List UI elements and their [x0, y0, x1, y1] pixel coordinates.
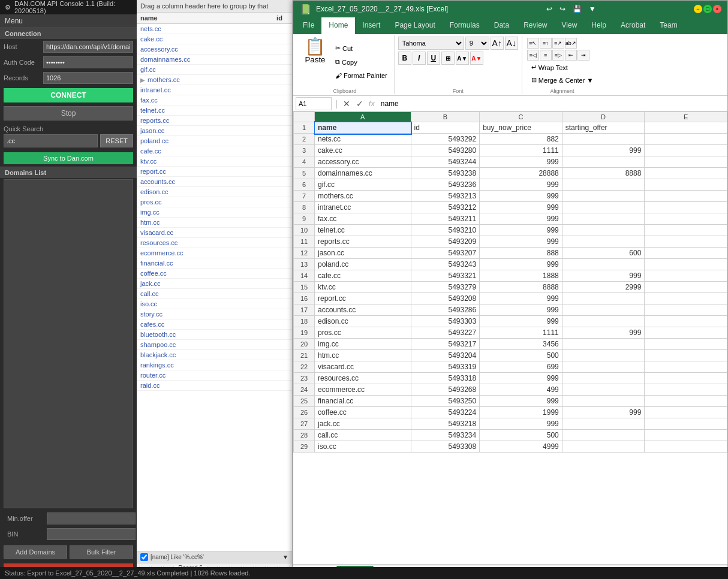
- cell-name[interactable]: img.cc: [315, 339, 411, 350]
- cell-id[interactable]: 5493210: [411, 225, 480, 236]
- quick-access-dropdown-icon[interactable]: ▼: [589, 5, 596, 13]
- cell-empty[interactable]: [645, 282, 727, 293]
- cell-buy-now[interactable]: 1999: [480, 407, 562, 418]
- cell-empty[interactable]: [645, 293, 727, 304]
- list-item[interactable]: resources.cc: [137, 238, 292, 248]
- cell-name[interactable]: accessory.cc: [315, 156, 411, 168]
- cell-starting-offer[interactable]: [562, 418, 645, 430]
- cell-empty[interactable]: [645, 441, 727, 453]
- cell-buy-now[interactable]: 499: [480, 384, 562, 396]
- fill-color-button[interactable]: A▼: [456, 52, 469, 65]
- list-item[interactable]: reports.cc: [137, 116, 292, 126]
- italic-button[interactable]: I: [413, 52, 426, 65]
- cell-buy-now[interactable]: 999: [480, 236, 562, 248]
- formula-input[interactable]: [378, 98, 725, 109]
- cell-empty[interactable]: [645, 327, 727, 339]
- indent-increase-button[interactable]: ⇥: [577, 50, 589, 61]
- add-domains-button[interactable]: Add Domains: [4, 545, 67, 559]
- cell-empty[interactable]: [645, 270, 727, 282]
- cell-empty[interactable]: [645, 396, 727, 407]
- ribbon-tab-data[interactable]: Data: [487, 17, 516, 34]
- border-button[interactable]: ⊞: [441, 52, 455, 65]
- cell-empty[interactable]: [645, 304, 727, 316]
- cell-buy-now[interactable]: 1888: [480, 270, 562, 282]
- cell-name[interactable]: nets.cc: [315, 134, 411, 145]
- ribbon-tab-review[interactable]: Review: [516, 17, 554, 34]
- cell-id[interactable]: 5493250: [411, 396, 480, 407]
- list-item[interactable]: cake.cc: [137, 34, 292, 44]
- cell-empty[interactable]: [645, 202, 727, 213]
- paste-button[interactable]: 📋 Paste: [299, 37, 331, 87]
- undo-icon[interactable]: ↩: [546, 5, 552, 13]
- host-input[interactable]: [43, 41, 133, 53]
- cell-starting-offer[interactable]: [562, 179, 645, 191]
- header-cell-2[interactable]: id: [411, 122, 480, 134]
- cell-name[interactable]: domainnames.cc: [315, 168, 411, 179]
- domains-textarea[interactable]: [4, 179, 133, 508]
- list-item[interactable]: nets.cc: [137, 24, 292, 34]
- cell-name[interactable]: jack.cc: [315, 418, 411, 430]
- cell-starting-offer[interactable]: [562, 213, 645, 225]
- cell-id[interactable]: 5493244: [411, 156, 480, 168]
- cell-id[interactable]: 5493212: [411, 202, 480, 213]
- underline-button[interactable]: U: [427, 52, 440, 65]
- ribbon-tab-page layout[interactable]: Page Layout: [387, 17, 442, 34]
- sync-button[interactable]: Sync to Dan.com: [4, 152, 133, 164]
- redo-icon[interactable]: ↪: [559, 5, 565, 13]
- cell-starting-offer[interactable]: 999: [562, 145, 645, 156]
- col-header-e[interactable]: E: [645, 112, 727, 122]
- copy-button[interactable]: ⧉ Copy: [332, 56, 390, 68]
- cell-id[interactable]: 5493292: [411, 134, 480, 145]
- cell-id[interactable]: 5493280: [411, 145, 480, 156]
- ribbon-tab-insert[interactable]: Insert: [355, 17, 387, 34]
- increase-font-button[interactable]: A↑: [491, 37, 504, 50]
- cell-name[interactable]: reports.cc: [315, 236, 411, 248]
- cell-starting-offer[interactable]: [562, 225, 645, 236]
- list-item[interactable]: edison.cc: [137, 187, 292, 197]
- cell-buy-now[interactable]: 500: [480, 430, 562, 441]
- cell-id[interactable]: 5493234: [411, 430, 480, 441]
- cell-name[interactable]: telnet.cc: [315, 225, 411, 236]
- list-item[interactable]: ecommerce.cc: [137, 248, 292, 258]
- cell-buy-now[interactable]: 1111: [480, 327, 562, 339]
- header-cell-3[interactable]: buy_now_price: [480, 122, 562, 134]
- cell-buy-now[interactable]: 999: [480, 396, 562, 407]
- cell-id[interactable]: 5493224: [411, 407, 480, 418]
- merge-dropdown-icon[interactable]: ▼: [586, 77, 593, 84]
- cell-id[interactable]: 5493227: [411, 327, 480, 339]
- list-item[interactable]: story.cc: [137, 309, 292, 319]
- cell-empty[interactable]: [645, 316, 727, 327]
- col-header-c[interactable]: C: [480, 112, 562, 122]
- cell-starting-offer[interactable]: [562, 191, 645, 202]
- cell-buy-now[interactable]: 28888: [480, 168, 562, 179]
- cell-starting-offer[interactable]: [562, 350, 645, 361]
- cell-empty[interactable]: [645, 191, 727, 202]
- cell-buy-now[interactable]: 999: [480, 373, 562, 384]
- cell-starting-offer[interactable]: [562, 293, 645, 304]
- cell-buy-now[interactable]: 4999: [480, 441, 562, 453]
- list-item[interactable]: fax.cc: [137, 95, 292, 105]
- list-item[interactable]: blackjack.cc: [137, 350, 292, 360]
- cell-starting-offer[interactable]: [562, 259, 645, 270]
- list-item[interactable]: img.cc: [137, 207, 292, 218]
- cell-buy-now[interactable]: 999: [480, 225, 562, 236]
- cell-starting-offer[interactable]: 999: [562, 327, 645, 339]
- cell-id[interactable]: 5493268: [411, 384, 480, 396]
- bold-button[interactable]: B: [398, 52, 411, 65]
- cell-id[interactable]: 5493321: [411, 270, 480, 282]
- cell-name[interactable]: poland.cc: [315, 259, 411, 270]
- cell-empty[interactable]: [645, 430, 727, 441]
- cell-id[interactable]: 5493213: [411, 191, 480, 202]
- cell-starting-offer[interactable]: 2999: [562, 282, 645, 293]
- cell-starting-offer[interactable]: [562, 373, 645, 384]
- font-select[interactable]: Tahoma: [398, 37, 464, 50]
- cell-buy-now[interactable]: 999: [480, 316, 562, 327]
- cell-id[interactable]: 5493209: [411, 236, 480, 248]
- list-item[interactable]: accounts.cc: [137, 177, 292, 187]
- cell-name[interactable]: coffee.cc: [315, 407, 411, 418]
- merge-center-button[interactable]: ⊞ Merge & Center ▼: [527, 74, 598, 86]
- cell-name[interactable]: mothers.cc: [315, 191, 411, 202]
- cell-empty[interactable]: [645, 373, 727, 384]
- cell-name[interactable]: call.cc: [315, 430, 411, 441]
- cell-name[interactable]: report.cc: [315, 293, 411, 304]
